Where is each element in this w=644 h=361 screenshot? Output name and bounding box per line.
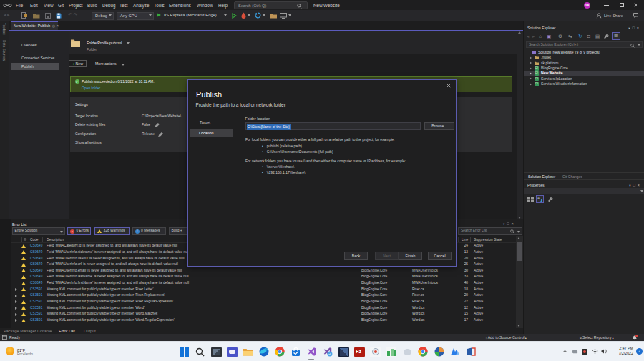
svg-text:A: A <box>537 197 540 200</box>
